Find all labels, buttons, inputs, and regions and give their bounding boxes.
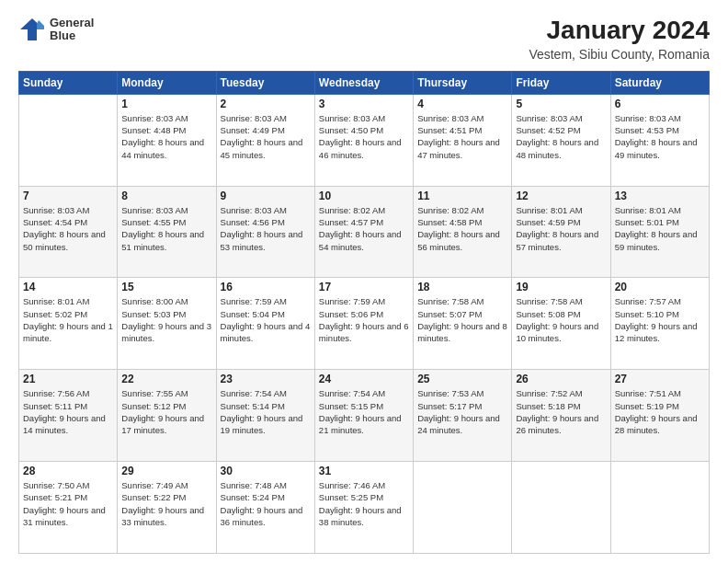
sunset-text: Sunset: 5:17 PM	[417, 401, 482, 411]
sunset-text: Sunset: 5:14 PM	[221, 401, 285, 411]
sunrise-text: Sunrise: 8:03 AM	[319, 113, 385, 123]
calendar-day-cell: 6 Sunrise: 8:03 AM Sunset: 4:53 PM Dayli…	[610, 94, 709, 186]
day-number: 6	[615, 98, 705, 110]
sunset-text: Sunset: 5:08 PM	[516, 309, 580, 319]
day-number: 17	[319, 281, 409, 293]
calendar-table: SundayMondayTuesdayWednesdayThursdayFrid…	[18, 71, 710, 554]
daylight-text: Daylight: 8 hours and 44 minutes.	[121, 137, 204, 159]
daylight-text: Daylight: 9 hours and 38 minutes.	[319, 505, 402, 527]
day-of-week-header: Thursday	[414, 71, 512, 94]
day-of-week-header: Wednesday	[314, 71, 413, 94]
daylight-text: Daylight: 8 hours and 59 minutes.	[615, 229, 698, 251]
daylight-text: Daylight: 9 hours and 24 minutes.	[417, 413, 500, 435]
day-number: 27	[615, 373, 705, 385]
day-number: 15	[121, 281, 211, 293]
day-number: 7	[23, 190, 113, 202]
day-info: Sunrise: 8:00 AM Sunset: 5:03 PM Dayligh…	[121, 295, 211, 344]
sunrise-text: Sunrise: 8:03 AM	[615, 113, 681, 123]
sunset-text: Sunset: 4:56 PM	[221, 217, 285, 227]
sunrise-text: Sunrise: 8:03 AM	[121, 113, 188, 123]
sunrise-text: Sunrise: 7:49 AM	[121, 480, 188, 490]
sunrise-text: Sunrise: 7:58 AM	[516, 296, 582, 306]
calendar-day-cell: 4 Sunrise: 8:03 AM Sunset: 4:51 PM Dayli…	[414, 94, 512, 186]
calendar-day-cell: 11 Sunrise: 8:02 AM Sunset: 4:58 PM Dayl…	[414, 186, 512, 278]
calendar-day-cell: 12 Sunrise: 8:01 AM Sunset: 4:59 PM Dayl…	[512, 186, 610, 278]
daylight-text: Daylight: 9 hours and 17 minutes.	[121, 413, 204, 435]
daylight-text: Daylight: 8 hours and 51 minutes.	[121, 229, 204, 251]
calendar-day-cell	[414, 462, 512, 554]
day-number: 20	[615, 281, 705, 293]
sunrise-text: Sunrise: 8:01 AM	[23, 296, 89, 306]
day-number: 31	[319, 465, 409, 477]
sunset-text: Sunset: 4:53 PM	[615, 125, 679, 135]
daylight-text: Daylight: 9 hours and 26 minutes.	[516, 413, 598, 435]
calendar-day-cell	[512, 462, 610, 554]
calendar-day-cell: 20 Sunrise: 7:57 AM Sunset: 5:10 PM Dayl…	[610, 278, 709, 370]
calendar-week-row: 1 Sunrise: 8:03 AM Sunset: 4:48 PM Dayli…	[19, 94, 710, 186]
subtitle: Vestem, Sibiu County, Romania	[529, 47, 710, 62]
day-number: 3	[319, 98, 409, 110]
day-info: Sunrise: 7:53 AM Sunset: 5:17 PM Dayligh…	[417, 387, 507, 436]
daylight-text: Daylight: 9 hours and 36 minutes.	[221, 505, 303, 527]
sunset-text: Sunset: 4:49 PM	[221, 125, 285, 135]
day-number: 8	[121, 190, 211, 202]
calendar-day-cell: 2 Sunrise: 8:03 AM Sunset: 4:49 PM Dayli…	[216, 94, 314, 186]
day-info: Sunrise: 7:50 AM Sunset: 5:21 PM Dayligh…	[23, 479, 113, 528]
day-info: Sunrise: 8:03 AM Sunset: 4:54 PM Dayligh…	[23, 204, 113, 253]
calendar-day-cell: 29 Sunrise: 7:49 AM Sunset: 5:22 PM Dayl…	[118, 462, 216, 554]
day-info: Sunrise: 7:52 AM Sunset: 5:18 PM Dayligh…	[516, 387, 606, 436]
daylight-text: Daylight: 8 hours and 53 minutes.	[221, 229, 303, 251]
sunrise-text: Sunrise: 8:03 AM	[221, 113, 287, 123]
day-number: 24	[319, 373, 409, 385]
sunset-text: Sunset: 5:02 PM	[23, 309, 87, 319]
day-info: Sunrise: 7:58 AM Sunset: 5:07 PM Dayligh…	[417, 295, 507, 344]
day-number: 2	[221, 98, 311, 110]
sunrise-text: Sunrise: 7:59 AM	[221, 296, 287, 306]
daylight-text: Daylight: 9 hours and 31 minutes.	[23, 505, 106, 527]
day-number: 19	[516, 281, 606, 293]
daylight-text: Daylight: 8 hours and 57 minutes.	[516, 229, 598, 251]
calendar-day-cell: 17 Sunrise: 7:59 AM Sunset: 5:06 PM Dayl…	[314, 278, 413, 370]
calendar-day-cell: 30 Sunrise: 7:48 AM Sunset: 5:24 PM Dayl…	[216, 462, 314, 554]
day-info: Sunrise: 7:48 AM Sunset: 5:24 PM Dayligh…	[221, 479, 311, 528]
day-info: Sunrise: 7:55 AM Sunset: 5:12 PM Dayligh…	[121, 387, 211, 436]
calendar-day-cell: 3 Sunrise: 8:03 AM Sunset: 4:50 PM Dayli…	[314, 94, 413, 186]
sunrise-text: Sunrise: 7:48 AM	[221, 480, 287, 490]
daylight-text: Daylight: 9 hours and 28 minutes.	[615, 413, 698, 435]
day-info: Sunrise: 8:03 AM Sunset: 4:56 PM Dayligh…	[221, 204, 311, 253]
daylight-text: Daylight: 9 hours and 8 minutes.	[417, 321, 507, 343]
day-number: 22	[121, 373, 211, 385]
daylight-text: Daylight: 9 hours and 33 minutes.	[121, 505, 204, 527]
day-info: Sunrise: 7:59 AM Sunset: 5:06 PM Dayligh…	[319, 295, 409, 344]
day-info: Sunrise: 8:03 AM Sunset: 4:49 PM Dayligh…	[221, 112, 311, 161]
sunset-text: Sunset: 5:06 PM	[319, 309, 383, 319]
sunrise-text: Sunrise: 8:01 AM	[516, 205, 582, 215]
sunset-text: Sunset: 5:04 PM	[221, 309, 285, 319]
sunrise-text: Sunrise: 8:03 AM	[417, 113, 483, 123]
calendar-day-cell: 9 Sunrise: 8:03 AM Sunset: 4:56 PM Dayli…	[216, 186, 314, 278]
day-of-week-header: Tuesday	[216, 71, 314, 94]
calendar-day-cell: 14 Sunrise: 8:01 AM Sunset: 5:02 PM Dayl…	[19, 278, 118, 370]
day-number: 25	[417, 373, 507, 385]
sunrise-text: Sunrise: 8:00 AM	[121, 296, 188, 306]
calendar-day-cell: 10 Sunrise: 8:02 AM Sunset: 4:57 PM Dayl…	[314, 186, 413, 278]
calendar-day-cell: 19 Sunrise: 7:58 AM Sunset: 5:08 PM Dayl…	[512, 278, 610, 370]
title-block: January 2024 Vestem, Sibiu County, Roman…	[529, 17, 710, 62]
daylight-text: Daylight: 8 hours and 49 minutes.	[615, 137, 698, 159]
sunrise-text: Sunrise: 8:03 AM	[121, 205, 188, 215]
day-info: Sunrise: 8:03 AM Sunset: 4:55 PM Dayligh…	[121, 204, 211, 253]
calendar-day-cell: 1 Sunrise: 8:03 AM Sunset: 4:48 PM Dayli…	[118, 94, 216, 186]
calendar-header-row: SundayMondayTuesdayWednesdayThursdayFrid…	[19, 71, 710, 94]
day-number: 10	[319, 190, 409, 202]
sunrise-text: Sunrise: 7:46 AM	[319, 480, 385, 490]
daylight-text: Daylight: 8 hours and 46 minutes.	[319, 137, 402, 159]
day-of-week-header: Sunday	[19, 71, 118, 94]
sunrise-text: Sunrise: 8:03 AM	[516, 113, 582, 123]
daylight-text: Daylight: 9 hours and 3 minutes.	[121, 321, 211, 343]
daylight-text: Daylight: 9 hours and 12 minutes.	[615, 321, 698, 343]
sunrise-text: Sunrise: 7:57 AM	[615, 296, 681, 306]
sunrise-text: Sunrise: 7:50 AM	[23, 480, 89, 490]
calendar-day-cell: 13 Sunrise: 8:01 AM Sunset: 5:01 PM Dayl…	[610, 186, 709, 278]
sunset-text: Sunset: 5:07 PM	[417, 309, 482, 319]
sunset-text: Sunset: 4:59 PM	[516, 217, 580, 227]
